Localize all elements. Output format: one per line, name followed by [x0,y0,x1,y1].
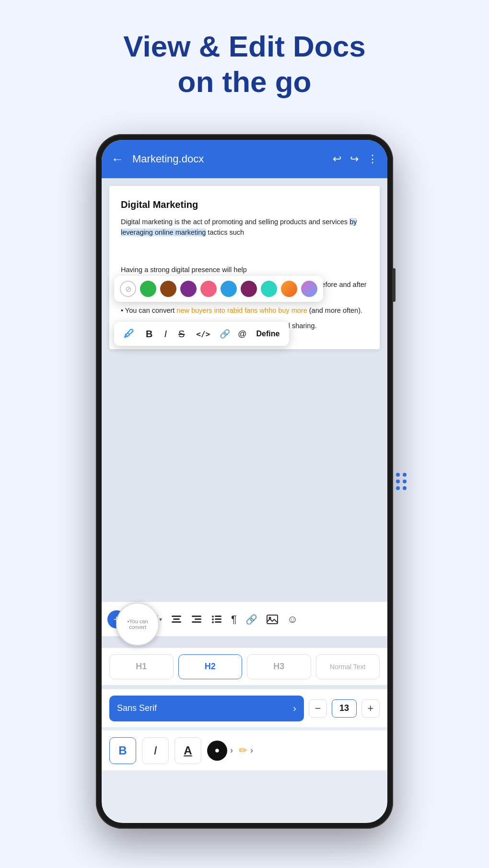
svg-point-8 [212,618,214,620]
svg-point-6 [212,616,214,617]
align-center-button[interactable] [169,612,184,627]
phone-wrapper: ← Marketing.docx ↩ ↪ ⋮ Digital Marketing… [96,134,393,829]
circle-icon: ● [215,745,220,755]
color-swatch-teal[interactable] [261,281,277,297]
bold-style-button[interactable]: B [109,737,136,764]
align-right-icon [191,614,202,625]
dot-6 [403,486,407,490]
style-row: B I A ● › ✏ › [102,730,387,770]
color-swatch-green[interactable] [140,281,156,297]
svg-point-10 [212,621,214,623]
color-swatch-purple[interactable] [180,281,197,297]
more-menu-button[interactable]: ⋮ [367,153,378,165]
color-swatch-dark-purple[interactable] [241,281,257,297]
emoji-button[interactable]: ☺ [285,611,300,628]
text-toolbar-popup: 🖊 B I S </> 🔗 @ Define [114,322,289,346]
side-button [393,268,396,302]
back-button[interactable]: ← [111,152,124,167]
undo-button[interactable]: ↩ [333,153,341,165]
highlight-button[interactable]: 🖊 [122,327,136,341]
redo-button[interactable]: ↪ [350,153,359,165]
h2-chip[interactable]: H2 [178,654,243,679]
font-size-control: − 13 + [309,699,380,718]
italic-button[interactable]: I [162,328,169,341]
doc-heading: Digital Marketing [121,199,368,210]
color-swatch-pink[interactable] [200,281,217,297]
bold-button[interactable]: B [144,328,154,341]
svg-rect-12 [267,615,278,624]
color-swatch-gradient[interactable] [301,281,317,297]
doc-para-1: Digital marketing is the act of promotin… [121,217,368,238]
hero-title: View & Edit Docs on the go [0,29,489,100]
mention-button[interactable]: @ [238,329,246,339]
document-area: Digital Marketing Digital marketing is t… [102,178,387,727]
text-chevron: ▾ [159,616,162,623]
h1-chip[interactable]: H1 [109,654,174,679]
header-icons: ↩ ↪ ⋮ [333,153,378,165]
color-swatch-blue[interactable] [221,281,237,297]
svg-rect-5 [192,621,201,623]
dots-indicator [396,473,407,490]
dot-3 [396,480,400,483]
color-swatch-none[interactable]: ⊘ [120,281,136,297]
image-button[interactable] [264,612,280,627]
orange-text: new buyers into rabid fans whho buy more [176,307,307,314]
svg-rect-11 [215,621,221,623]
svg-rect-2 [172,621,181,623]
svg-rect-9 [215,618,221,620]
normal-text-chip[interactable]: Normal Text [316,654,380,679]
font-chevron-icon: › [293,703,296,714]
heading-row: H1 H2 H3 Normal Text [102,648,387,685]
font-selector[interactable]: Sans Serif › [109,696,304,721]
strikethrough-button[interactable]: S [176,328,186,341]
dot-1 [396,473,400,477]
color-picker-popup: ⊘ [114,276,323,302]
link-button[interactable]: 🔗 [220,329,230,339]
align-right-button[interactable] [189,612,204,627]
cursor-tooltip: •You canconvert [116,603,159,646]
svg-rect-3 [192,616,201,617]
link-toolbar-button[interactable]: 🔗 [244,612,259,627]
underline-style-button[interactable]: A [175,737,201,764]
doc-para-4: • You can convert new buyers into rabid … [121,306,368,316]
hero-section: View & Edit Docs on the go [0,0,489,114]
font-row: Sans Serif › − 13 + [102,689,387,727]
pen-button[interactable]: ✏ [239,744,247,757]
svg-rect-0 [172,616,181,617]
pen-arrow[interactable]: › [250,745,253,755]
h3-chip[interactable]: H3 [247,654,311,679]
italic-style-button[interactable]: I [142,737,169,764]
svg-rect-7 [215,616,221,617]
paragraph-button[interactable]: ¶ [229,611,239,628]
dot-2 [403,473,407,477]
phone-screen: ← Marketing.docx ↩ ↪ ⋮ Digital Marketing… [102,140,387,823]
dot-4 [403,480,407,483]
list-icon [211,614,222,625]
image-icon [266,614,279,625]
font-size-decrease[interactable]: − [309,699,327,718]
pen-control: ✏ › [239,744,253,757]
list-button[interactable] [209,612,224,627]
doc-para-2: Having a strong digital presence will he… [121,265,368,275]
phone-frame: ← Marketing.docx ↩ ↪ ⋮ Digital Marketing… [96,134,393,829]
font-size-value: 13 [332,699,357,718]
color-swatch-orange[interactable] [281,281,297,297]
color-swatch-brown[interactable] [160,281,176,297]
document-title: Marketing.docx [132,153,327,165]
code-button[interactable]: </> [194,329,212,340]
dot-5 [396,486,400,490]
app-header: ← Marketing.docx ↩ ↪ ⋮ [102,140,387,178]
document-paper[interactable]: Digital Marketing Digital marketing is t… [109,186,380,349]
text-color-button[interactable]: ● [207,741,227,761]
svg-rect-1 [173,618,180,620]
font-size-increase[interactable]: + [361,699,380,718]
text-color-control: ● › [207,741,233,761]
svg-rect-4 [195,618,201,620]
define-button[interactable]: Define [255,329,282,339]
text-color-arrow[interactable]: › [230,745,233,755]
align-center-icon [171,614,182,625]
